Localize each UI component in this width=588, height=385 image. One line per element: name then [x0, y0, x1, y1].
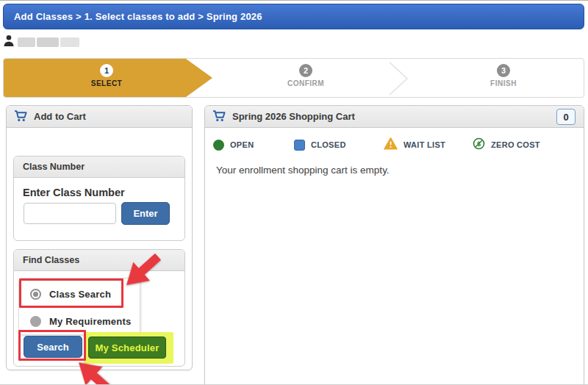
step-number-badge: 3	[497, 64, 510, 77]
user-bar	[4, 35, 81, 49]
person-icon	[4, 35, 14, 50]
shopping-cart-header: Spring 2026 Shopping Cart 0	[205, 106, 584, 128]
waitlist-warning-icon	[384, 137, 398, 153]
step-number-badge: 2	[299, 64, 312, 77]
step-label: FINISH	[490, 79, 517, 87]
radio-label[interactable]: My Requirements	[49, 316, 131, 327]
chevron-separator-icon	[389, 62, 409, 98]
stepper-step-select: 1 SELECT	[74, 64, 140, 87]
panel-title: Add to Cart	[34, 111, 86, 122]
cart-icon	[14, 109, 28, 124]
stepper-step-confirm: 2 CONFIRM	[273, 64, 339, 87]
panel-title: Spring 2026 Shopping Cart	[232, 111, 355, 122]
step-label: SELECT	[91, 79, 122, 87]
step-number-badge: 1	[100, 64, 113, 77]
legend-closed: CLOSED	[294, 138, 346, 151]
breadcrumb: Add Classes > 1. Select classes to add >…	[3, 4, 584, 29]
enter-button[interactable]: Enter	[121, 202, 170, 225]
red-box-annotation-class-search	[19, 278, 123, 308]
zero-cost-icon: $	[473, 137, 485, 153]
enrollment-page: Add Classes > 1. Select classes to add >…	[0, 0, 588, 385]
legend-zero-cost: $ ZERO COST	[473, 138, 540, 151]
shopping-cart-panel: Spring 2026 Shopping Cart 0 OPEN CLOSED …	[204, 105, 584, 385]
enter-class-number-label: Enter Class Number	[23, 187, 125, 198]
redacted-student-name	[60, 37, 79, 47]
class-number-input[interactable]	[24, 203, 116, 224]
open-circle-icon	[213, 140, 224, 151]
class-number-box: Class Number Enter Class Number Enter	[13, 156, 185, 241]
redacted-student-name	[37, 37, 59, 47]
redacted-student-name	[18, 37, 35, 47]
add-to-cart-header: Add to Cart	[7, 106, 192, 128]
step-label: CONFIRM	[287, 79, 324, 87]
class-number-header: Class Number	[14, 156, 184, 178]
closed-square-icon	[294, 140, 305, 151]
legend-wait-list: WAIT LIST	[384, 138, 445, 151]
empty-cart-message: Your enrollment shopping cart is empty.	[216, 165, 390, 176]
red-box-annotation-search	[18, 330, 86, 361]
my-scheduler-button[interactable]: My Scheduler	[88, 337, 166, 359]
cart-icon	[212, 109, 226, 124]
cart-count-badge: 0	[556, 109, 576, 125]
radio-unselected-icon[interactable]	[30, 316, 41, 327]
stepper-step-finish: 3 FINISH	[470, 64, 537, 87]
legend-open: OPEN	[213, 138, 254, 151]
enrollment-stepper: 1 SELECT 2 CONFIRM 3 FINISH	[3, 58, 584, 98]
